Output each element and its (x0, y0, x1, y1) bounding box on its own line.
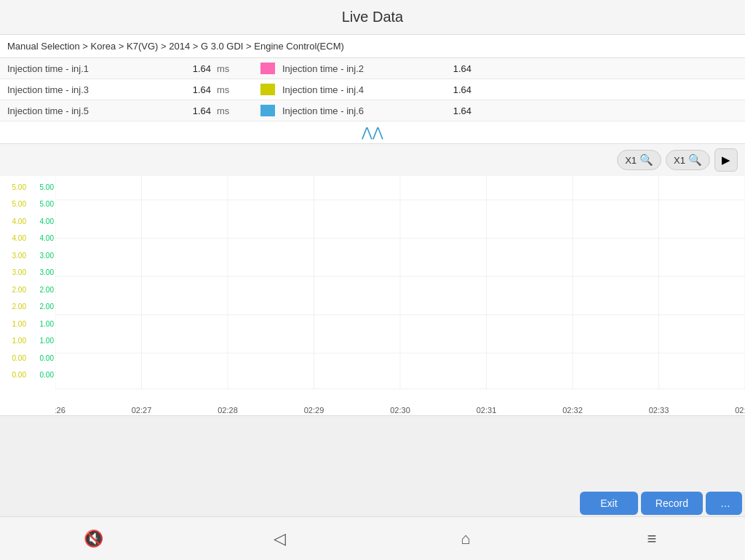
back-button[interactable]: ◁ (258, 517, 301, 561)
y-label: 0.00 (28, 371, 54, 379)
y-label: 0.00 (0, 371, 26, 379)
y-label: 4.00 (0, 234, 26, 242)
record-button[interactable]: Record (641, 492, 703, 515)
row-label2-2: Injection time - inj.6 (282, 105, 428, 116)
volume-button[interactable]: 🔇 (71, 517, 115, 561)
zoom-y-button[interactable]: X1 🔍 (666, 150, 710, 170)
y-label: 4.00 (28, 234, 54, 242)
y-label: 2.00 (0, 286, 26, 294)
row-value2-2: 1.64 (428, 105, 471, 116)
y-label: 1.00 (28, 337, 54, 345)
y-label: 1.00 (0, 337, 26, 345)
xlabel-4: 02:30 (390, 406, 410, 415)
y-label: 2.00 (28, 286, 54, 294)
row-unit-0: ms (217, 63, 246, 74)
xlabel-5: 02:31 (477, 406, 497, 415)
row-label-1: Injection time - inj.3 (7, 84, 167, 95)
y-label: 4.00 (0, 217, 26, 225)
more-button[interactable]: … (706, 492, 742, 515)
y-label: 2.00 (28, 303, 54, 311)
action-buttons: Exit Record … (580, 492, 745, 515)
exit-button[interactable]: Exit (580, 492, 638, 515)
menu-button[interactable]: ≡ (630, 517, 674, 561)
row-label-0: Injection time - inj.1 (7, 63, 167, 74)
back-icon: ◁ (274, 529, 286, 548)
side-icon: ▶ (722, 153, 730, 167)
menu-icon: ≡ (648, 529, 657, 548)
data-row: Injection time - inj.5 1.64 ms Injection… (0, 100, 745, 121)
row-value-1: 1.64 (167, 84, 211, 95)
y-label: 1.00 (0, 320, 26, 328)
chart-area: 5.005.004.004.003.003.002.002.001.001.00… (0, 176, 745, 416)
y-label: 5.00 (0, 200, 26, 208)
chart-controls: X1 🔍 X1 🔍 ▶ (0, 144, 745, 176)
y-label: 1.00 (28, 320, 54, 328)
y-axis-left1: 5.005.004.004.003.003.002.002.001.001.00… (0, 176, 28, 386)
xlabel-8: 02:34 (735, 406, 745, 415)
collapse-button[interactable]: ⋀⋀ (362, 124, 383, 140)
y-label: 2.00 (0, 303, 26, 311)
home-icon: ⌂ (461, 529, 470, 548)
xlabel-0: 02:26 (55, 406, 65, 415)
y-label: 5.00 (28, 200, 54, 208)
zoom-y-icon: 🔍 (688, 153, 702, 167)
y-label: 3.00 (28, 268, 54, 276)
row-unit-1: ms (217, 84, 246, 95)
xlabel-3: 02:29 (304, 406, 324, 415)
collapse-area: ⋀⋀ (0, 121, 745, 144)
y-label: 3.00 (28, 252, 54, 260)
xlabel-2: 02:28 (218, 406, 238, 415)
volume-icon: 🔇 (84, 529, 103, 548)
y-label: 0.00 (28, 354, 54, 362)
zoom-y-label: X1 (674, 155, 685, 166)
zoom-x-button[interactable]: X1 🔍 (617, 150, 661, 170)
y-label: 0.00 (0, 354, 26, 362)
zoom-x-icon: 🔍 (640, 153, 653, 167)
xlabel-6: 02:32 (562, 406, 583, 415)
y-label: 3.00 (0, 252, 26, 260)
color-swatch-1 (260, 84, 275, 95)
bottom-nav: 🔇 ◁ ⌂ ≡ (0, 516, 745, 560)
row-value2-1: 1.64 (428, 84, 471, 95)
breadcrumb-text: Manual Selection > Korea > K7(VG) > 2014… (7, 41, 344, 52)
y-label: 5.00 (0, 183, 26, 191)
row-value-2: 1.64 (167, 105, 211, 116)
row-unit-2: ms (217, 105, 246, 116)
color-swatch-2 (260, 105, 275, 116)
data-row: Injection time - inj.3 1.64 ms Injection… (0, 79, 745, 100)
row-value2-0: 1.64 (428, 63, 471, 74)
row-label-2: Injection time - inj.5 (7, 105, 167, 116)
page-title: Live Data (342, 9, 404, 25)
title-bar: Live Data (0, 0, 745, 35)
home-button[interactable]: ⌂ (444, 517, 487, 561)
y-axis-left2: 5.005.004.004.003.003.002.002.001.001.00… (28, 176, 55, 386)
chart-side-button[interactable]: ▶ (714, 148, 738, 172)
breadcrumb: Manual Selection > Korea > K7(VG) > 2014… (0, 35, 745, 58)
color-swatch-0 (260, 63, 275, 74)
data-table: Injection time - inj.1 1.64 ms Injection… (0, 58, 745, 121)
zoom-x-label: X1 (625, 155, 637, 166)
y-label: 4.00 (28, 217, 54, 225)
data-row: Injection time - inj.1 1.64 ms Injection… (0, 58, 745, 79)
y-label: 5.00 (28, 183, 54, 191)
xlabel-7: 02:33 (649, 406, 669, 415)
xlabel-1: 02:27 (132, 406, 152, 415)
row-label2-1: Injection time - inj.4 (282, 84, 428, 95)
row-value-0: 1.64 (167, 63, 211, 74)
chart-svg: 02:26 02:27 02:28 02:29 02:30 02:31 02:3… (55, 176, 745, 415)
row-label2-0: Injection time - inj.2 (282, 63, 428, 74)
y-label: 3.00 (0, 268, 26, 276)
